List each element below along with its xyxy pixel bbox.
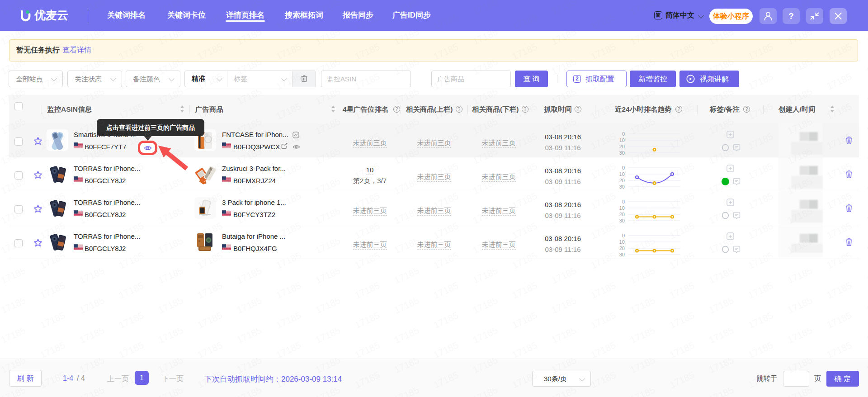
svg-text:0: 0 <box>622 233 625 238</box>
svg-text:30: 30 <box>619 184 625 189</box>
svg-text:10: 10 <box>619 171 625 177</box>
svg-text:30: 30 <box>619 150 625 156</box>
svg-text:10: 10 <box>619 239 625 245</box>
svg-text:0: 0 <box>622 165 625 170</box>
svg-text:20: 20 <box>619 246 625 251</box>
svg-text:20: 20 <box>619 144 625 149</box>
svg-text:30: 30 <box>619 252 625 257</box>
svg-text:0: 0 <box>622 131 625 137</box>
svg-text:10: 10 <box>619 137 625 143</box>
svg-text:30: 30 <box>619 218 625 223</box>
svg-text:0: 0 <box>622 199 625 204</box>
svg-text:20: 20 <box>619 212 625 217</box>
svg-text:20: 20 <box>619 178 625 183</box>
svg-text:10: 10 <box>619 205 625 211</box>
